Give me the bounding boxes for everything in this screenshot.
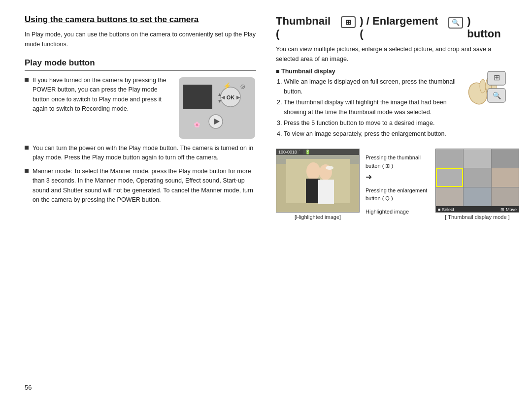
pressing-thumbnail-button: button ( ⊞ ) <box>366 163 393 169</box>
right-intro-text: You can view multiple pictures, enlarge … <box>276 44 507 64</box>
thumbnail-steps-area: ■ Thumbnail display While an image is di… <box>276 68 458 143</box>
svg-text:◎: ◎ <box>240 83 245 89</box>
arrow-icon-1: ➜ <box>366 171 372 184</box>
highlighted-image-label: Highlighted image <box>366 208 409 216</box>
numbered-steps-list: While an image is displayed on full scre… <box>276 77 458 139</box>
step-2: The thumbnail display will highlight the… <box>284 97 458 117</box>
diagram-area: 100-0010 ⬛ 🔋 <box>276 149 507 220</box>
bullet-2: You can turn the power on with the Play … <box>25 144 256 163</box>
thumbnail-grid <box>436 149 519 206</box>
enlargement-icon: 🔍 <box>448 17 463 29</box>
left-main-title: Using the camera buttons to set the came… <box>25 15 256 25</box>
svg-point-29 <box>326 166 333 170</box>
right-title-part2: ) / Enlargement ( <box>360 15 444 40</box>
thumbnail-grid-container: ■ Select ⊞ Move <box>435 149 519 213</box>
right-title-part1: Thumbnail ( <box>276 15 337 40</box>
pressing-thumbnail-text: Pressing the thumbnail <box>366 154 421 160</box>
photo-top-bar: 100-0010 ⬛ 🔋 <box>276 149 359 155</box>
bullet-square-3 <box>25 169 29 173</box>
thumb-cell-6 <box>492 168 519 187</box>
svg-text:◀: ◀ <box>221 94 225 100</box>
thumb-cell-8 <box>464 187 491 206</box>
diagram-middle: Pressing the thumbnail button ( ⊞ ) ➜ Pr… <box>366 149 430 216</box>
icon-buttons-area: ■ Thumbnail display While an image is di… <box>276 68 507 143</box>
highlighted-image-text: Highlighted image <box>366 209 409 215</box>
thumb-cell-1 <box>436 149 463 168</box>
bullet-text-3: Manner mode: To select the Manner mode, … <box>33 167 256 205</box>
thumb-cell-5 <box>464 168 491 187</box>
right-column: Thumbnail ( ⊞ ) / Enlargement ( 🔍 ) butt… <box>276 15 507 386</box>
svg-text:🔍: 🔍 <box>493 92 501 100</box>
thumb-cell-3 <box>492 149 519 168</box>
highlighted-image-photo: 100-0010 ⬛ 🔋 <box>276 149 360 213</box>
svg-text:▶: ▶ <box>236 94 240 100</box>
right-title-part3: ) button <box>467 15 507 40</box>
step-3: Press the 5 function button to move to a… <box>284 118 458 128</box>
svg-text:⊞: ⊞ <box>494 73 500 82</box>
page: Using the camera buttons to set the came… <box>0 0 532 401</box>
wedding-photo-svg <box>276 149 360 213</box>
bullet-3: Manner mode: To select the Manner mode, … <box>25 167 256 205</box>
play-mode-area: If you have turned on the camera by pres… <box>25 76 256 140</box>
thumb-cell-highlighted <box>436 168 463 187</box>
bullet-text-1: If you have turned on the camera by pres… <box>33 76 172 114</box>
camera-image-box: OK ⚡ ◎ 🌸 ▲ ▼ ◀ ▶ <box>177 76 256 140</box>
right-photo-caption: [ Thumbnail display mode ] <box>445 214 509 220</box>
pressing-thumbnail-label: Pressing the thumbnail button ( ⊞ ) <box>366 154 421 170</box>
camera-buttons-svg: OK ⚡ ◎ 🌸 ▲ ▼ ◀ ▶ <box>179 77 255 139</box>
thumb-cell-7 <box>436 187 463 206</box>
status-select: ■ Select <box>438 207 454 212</box>
right-title: Thumbnail ( ⊞ ) / Enlargement ( 🔍 ) butt… <box>276 15 507 40</box>
left-intro-text: In Play mode, you can use the buttons on… <box>25 30 256 49</box>
arrow-right-1: ➜ <box>366 171 372 184</box>
two-column-layout: Using the camera buttons to set the came… <box>25 15 507 386</box>
svg-point-14 <box>480 79 486 93</box>
step-1: While an image is displayed on full scre… <box>284 77 458 96</box>
left-photo-caption: [Highlighted image] <box>295 214 341 220</box>
thumb-cell-9 <box>492 187 519 206</box>
photo-box-inner: 100-0010 ⬛ 🔋 <box>276 149 359 212</box>
photo-info: 100-0010 ⬛ 🔋 <box>278 150 310 154</box>
bullet-1: If you have turned on the camera by pres… <box>25 76 172 114</box>
status-move: ⊞ Move <box>500 207 517 212</box>
thumbnail-icon: ⊞ <box>341 16 356 28</box>
page-number: 56 <box>25 384 32 391</box>
diagram-right: ■ Select ⊞ Move [ Thumbnail display mode… <box>435 149 519 220</box>
button-icons-column: ⊞ 🔍 <box>463 68 507 108</box>
play-mode-title: Play mode button <box>25 58 256 71</box>
svg-text:OK: OK <box>226 94 234 100</box>
pressing-enlargement-button: button ( Q ) <box>366 195 393 201</box>
svg-rect-26 <box>306 179 320 203</box>
svg-text:⚡: ⚡ <box>223 82 232 90</box>
svg-text:🌸: 🌸 <box>194 121 200 128</box>
thumbnail-status-bar: ■ Select ⊞ Move <box>436 206 519 213</box>
left-column: Using the camera buttons to set the came… <box>25 15 256 386</box>
svg-rect-1 <box>183 85 212 109</box>
bullet-square-1 <box>25 78 29 82</box>
svg-point-25 <box>306 162 320 180</box>
thumb-cell-2 <box>464 149 491 168</box>
hand-button-svg: ⊞ 🔍 <box>463 69 507 108</box>
pressing-enlargement-label: Pressing the enlargement button ( Q ) <box>366 186 427 203</box>
bullet-square-2 <box>25 146 29 150</box>
play-mode-bullets: If you have turned on the camera by pres… <box>25 76 172 140</box>
thumbnail-display-label: ■ Thumbnail display <box>276 68 458 75</box>
svg-rect-28 <box>318 180 334 204</box>
diagram-left: 100-0010 ⬛ 🔋 <box>276 149 360 220</box>
step-4: To view an image separately, press the e… <box>284 129 458 139</box>
pressing-enlargement-text: Pressing the enlargement <box>366 187 427 193</box>
bullet-text-2: You can turn the power on with the Play … <box>33 144 256 163</box>
